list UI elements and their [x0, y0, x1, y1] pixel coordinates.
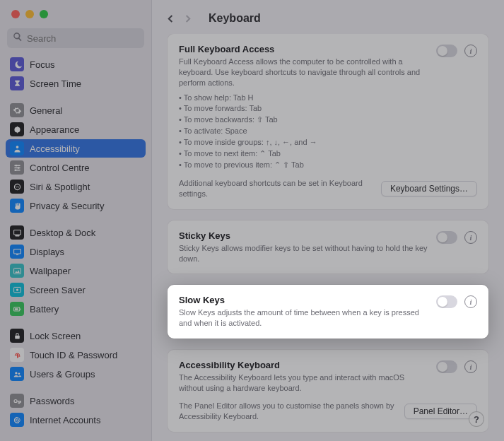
fka-shortcut-list: • To show help: Tab H• To move forwards:… — [179, 93, 428, 172]
sidebar-item-privacy-security[interactable]: Privacy & Security — [6, 196, 146, 215]
sidebar-item-wallpaper[interactable]: Wallpaper — [6, 261, 146, 280]
sidebar-nav: FocusScreen TimeGeneralAppearanceAccessi… — [0, 55, 151, 441]
akbd-title: Accessibility Keyboard — [179, 360, 428, 370]
svg-rect-15 — [15, 335, 20, 339]
person-icon — [10, 141, 24, 155]
sidebar-item-label: Internet Accounts — [30, 415, 100, 425]
sidebar-item-label: Control Centre — [30, 163, 90, 173]
fka-title: Full Keyboard Access — [179, 44, 428, 54]
fka-shortcut-line: • To move backwards: ⇧ Tab — [179, 114, 428, 126]
search-icon — [13, 32, 27, 45]
fka-info-button[interactable]: i — [464, 45, 477, 57]
sidebar-item-label: Users & Groups — [30, 369, 95, 380]
sticky-info-button[interactable]: i — [464, 231, 477, 244]
sticky-toggle[interactable] — [436, 231, 457, 244]
akbd-desc: The Accessibility Keyboard lets you type… — [179, 372, 428, 394]
users-icon — [10, 367, 24, 381]
fka-shortcut-line: • To move to previous item: ⌃ ⇧ Tab — [179, 160, 428, 171]
fka-shortcut-line: • To move inside groups: ↑, ↓, ←, and → — [179, 137, 428, 148]
search-input[interactable] — [27, 33, 146, 44]
window-traffic-lights — [0, 0, 151, 24]
hand-icon — [10, 199, 24, 213]
moon-icon — [10, 57, 24, 71]
display-icon — [10, 245, 24, 259]
svg-rect-8 — [13, 249, 20, 254]
sidebar-item-lock-screen[interactable]: Lock Screen — [6, 327, 146, 345]
fka-shortcut-line: • To move forwards: Tab — [179, 103, 428, 114]
main-pane: Keyboard Full Keyboard Access Full Keybo… — [152, 0, 504, 441]
close-window-button[interactable] — [11, 10, 20, 18]
siri-icon — [10, 180, 24, 194]
sticky-keys-card: Sticky Keys Sticky Keys allows modifier … — [168, 220, 488, 274]
svg-point-4 — [14, 169, 16, 171]
search-field[interactable] — [7, 28, 144, 48]
slow-info-button[interactable]: i — [464, 295, 477, 308]
svg-point-11 — [16, 288, 18, 290]
full-keyboard-access-card: Full Keyboard Access Full Keyboard Acces… — [168, 34, 488, 209]
slow-keys-card: Slow Keys Slow Keys adjusts the amount o… — [168, 285, 488, 339]
dock-icon — [10, 225, 24, 240]
svg-rect-6 — [13, 230, 20, 235]
akbd-info-button[interactable]: i — [464, 360, 477, 373]
svg-point-3 — [17, 167, 19, 169]
sidebar-item-accessibility[interactable]: Accessibility — [6, 139, 146, 158]
keyboard-settings-button[interactable]: Keyboard Settings… — [381, 181, 477, 196]
sidebar-item-internet-accounts[interactable]: Internet Accounts — [6, 411, 146, 429]
slow-desc: Slow Keys adjusts the amount of time bet… — [179, 307, 428, 329]
sidebar-item-label: Passwords — [30, 396, 75, 406]
svg-rect-14 — [14, 308, 18, 310]
sidebar-item-screen-saver[interactable]: Screen Saver — [6, 281, 146, 299]
sliders-icon — [10, 160, 24, 175]
slow-toggle[interactable] — [436, 295, 457, 308]
sidebar-item-touch-id-password[interactable]: Touch ID & Password — [6, 346, 146, 364]
sidebar: FocusScreen TimeGeneralAppearanceAccessi… — [0, 0, 152, 441]
svg-rect-9 — [13, 268, 20, 274]
zoom-window-button[interactable] — [40, 10, 48, 18]
content-scroll[interactable]: Full Keyboard Access Full Keyboard Acces… — [152, 34, 504, 441]
gear-icon — [10, 103, 24, 117]
forward-button[interactable] — [179, 10, 196, 27]
sidebar-item-passwords[interactable]: Passwords — [6, 392, 146, 410]
sidebar-item-desktop-dock[interactable]: Desktop & Dock — [6, 223, 146, 242]
accessibility-keyboard-card: Accessibility Keyboard The Accessibility… — [168, 350, 488, 431]
sidebar-item-general[interactable]: General — [6, 101, 146, 119]
sidebar-item-battery[interactable]: Battery — [6, 300, 146, 318]
slow-title: Slow Keys — [179, 295, 428, 305]
sidebar-item-label: Accessibility — [30, 143, 80, 154]
sidebar-item-focus[interactable]: Focus — [6, 55, 146, 74]
sidebar-item-label: Displays — [30, 247, 64, 257]
akbd-toggle[interactable] — [436, 360, 457, 373]
svg-rect-13 — [20, 308, 20, 310]
fka-shortcut-line: • To move to next item: ⌃ Tab — [179, 148, 428, 160]
svg-rect-7 — [15, 235, 20, 236]
sidebar-item-siri-spotlight[interactable]: Siri & Spotlight — [6, 177, 146, 196]
svg-point-18 — [14, 399, 17, 402]
sidebar-item-control-centre[interactable]: Control Centre — [6, 158, 146, 177]
fka-toggle[interactable] — [436, 45, 457, 57]
help-button[interactable]: ? — [469, 411, 484, 427]
akbd-note: The Panel Editor allows you to customise… — [179, 401, 394, 422]
screensaver-icon — [10, 283, 24, 297]
sidebar-item-label: Battery — [30, 304, 59, 314]
header: Keyboard — [152, 0, 504, 34]
fka-desc: Full Keyboard Access allows the computer… — [179, 57, 428, 88]
fingerprint-icon — [10, 348, 24, 362]
appearance-icon — [10, 122, 24, 136]
key-icon — [10, 394, 24, 408]
sidebar-item-displays[interactable]: Displays — [6, 242, 146, 261]
fka-note: Additional keyboard shortcuts can be set… — [179, 178, 371, 199]
svg-point-2 — [15, 164, 17, 166]
wallpaper-icon — [10, 264, 24, 278]
back-button[interactable] — [162, 10, 179, 27]
sidebar-item-users-groups[interactable]: Users & Groups — [6, 365, 146, 383]
sidebar-item-screen-time[interactable]: Screen Time — [6, 74, 146, 93]
sidebar-item-label: General — [30, 105, 62, 116]
sidebar-item-label: Siri & Spotlight — [30, 182, 90, 192]
minimize-window-button[interactable] — [25, 10, 34, 18]
sticky-desc: Sticky Keys allows modifier keys to be s… — [179, 243, 428, 264]
panel-editor-button[interactable]: Panel Editor… — [404, 404, 477, 419]
sidebar-item-label: Screen Time — [30, 78, 81, 89]
sidebar-item-appearance[interactable]: Appearance — [6, 120, 146, 139]
page-title: Keyboard — [209, 12, 261, 25]
hourglass-icon — [10, 76, 24, 90]
